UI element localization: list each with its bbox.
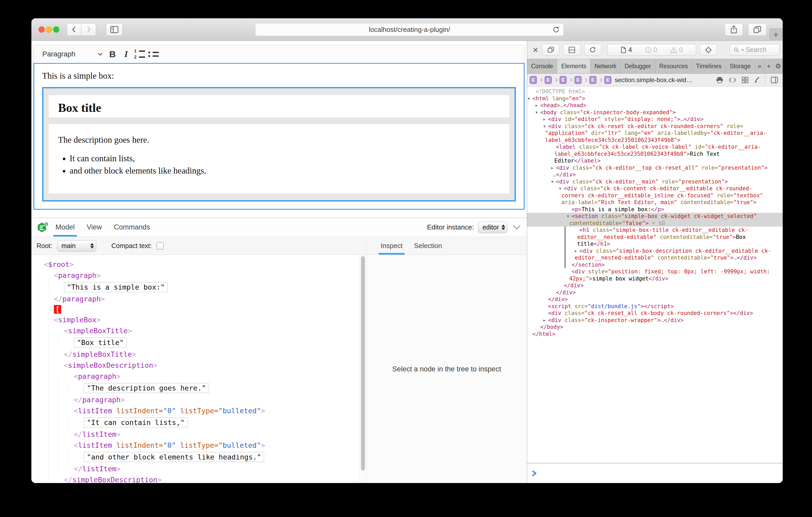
disclosure-closed-icon[interactable]: ▶: [543, 317, 545, 324]
dom-tree-line[interactable]: </section>: [527, 262, 783, 268]
simple-box-widget[interactable]: Box title The description goes here. It …: [42, 87, 516, 202]
dom-tree-line[interactable]: aria-label="Rich Text Editor, main" cont…: [527, 199, 783, 206]
dom-tree-line[interactable]: ▶<div id="editor" style="display: none;"…: [527, 116, 783, 123]
back-button[interactable]: [67, 23, 81, 36]
new-tab-button[interactable]: +: [769, 28, 783, 41]
dom-tree-line[interactable]: label_e63cbbfece34c53ce23501062343f49b8"…: [527, 151, 783, 158]
dom-tree-line[interactable]: </html>: [527, 331, 783, 338]
model-text-node[interactable]: "Box title": [74, 337, 127, 347]
dom-tree-line[interactable]: <div class="ck ck-reset_all ck-body ck-r…: [527, 310, 783, 317]
dom-tree-line[interactable]: ▼<div class="ck ck-content ck-editor__ed…: [527, 185, 783, 192]
console-prompt[interactable]: [527, 463, 783, 483]
zoom-window-button[interactable]: [53, 26, 59, 33]
dom-tree-line[interactable]: "application" dir="ltr" lang="en" aria-l…: [527, 130, 783, 137]
sidebar-toggle-button[interactable]: [106, 23, 123, 36]
disclosure-open-icon[interactable]: ▼: [528, 95, 530, 102]
tab-debugger[interactable]: Debugger: [621, 59, 655, 73]
scrollbar-thumb[interactable]: [361, 256, 365, 470]
tab-timelines[interactable]: Timelines: [692, 59, 726, 73]
tab-elements[interactable]: Elements: [557, 59, 590, 73]
dom-tree-line[interactable]: </div>: [527, 282, 783, 289]
layout-grid-icon[interactable]: [742, 77, 748, 83]
disclosure-closed-icon[interactable]: ▶: [575, 247, 577, 254]
list-item[interactable]: It can contain lists,: [69, 154, 500, 163]
dom-tree-line[interactable]: ▼<html lang="en">: [527, 95, 783, 102]
resource-summary-button[interactable]: 4 0 0: [607, 44, 696, 56]
description-paragraph[interactable]: The description goes here.: [58, 135, 500, 145]
editor-instance-select[interactable]: editor: [478, 222, 508, 233]
source-code-icon[interactable]: [729, 77, 736, 83]
tab-console[interactable]: Console: [527, 59, 557, 73]
model-text-node[interactable]: "and other block elements like headings.…: [84, 452, 264, 462]
close-window-button[interactable]: [38, 26, 45, 33]
model-tree-line[interactable]: </listItem>: [36, 464, 357, 474]
dom-tree-line[interactable]: title</h1>: [527, 240, 783, 247]
forward-button[interactable]: [81, 23, 96, 36]
box-title-heading[interactable]: Box title: [58, 101, 500, 115]
dom-tree-line[interactable]: …</div>: [527, 171, 783, 178]
dom-tree-line[interactable]: </div>: [527, 289, 783, 296]
details-sidebar-toggle-icon[interactable]: [771, 77, 778, 83]
dom-tree-line[interactable]: contenteditable="false"> = $0: [527, 220, 783, 227]
minimize-window-button[interactable]: [46, 26, 52, 33]
tab-network[interactable]: Network: [590, 59, 620, 73]
dom-tree-line[interactable]: </body>: [527, 324, 783, 331]
simple-box-description-editable[interactable]: The description goes here. It can contai…: [49, 124, 509, 193]
dom-tree-line[interactable]: ▼<section class="simple-box ck-widget ck…: [527, 213, 783, 220]
dom-tree-line[interactable]: editor__nested-editable" contenteditable…: [527, 254, 783, 262]
dom-tree-line[interactable]: </div>: [527, 296, 783, 303]
breadcrumb-element-badge[interactable]: E: [589, 76, 597, 84]
tab-storage[interactable]: Storage: [726, 59, 755, 73]
model-tree-line[interactable]: <$root>: [36, 260, 357, 269]
disclosure-closed-icon[interactable]: ▶: [551, 164, 553, 172]
model-tree-line[interactable]: "This is a simple box:": [36, 281, 357, 293]
italic-button[interactable]: I: [119, 47, 133, 61]
element-picker-button[interactable]: [700, 44, 717, 56]
disclosure-open-icon[interactable]: ▼: [551, 178, 553, 185]
model-tree-line[interactable]: <simpleBoxDescription>: [36, 360, 357, 370]
tab-overflow-button[interactable]: »: [755, 59, 764, 73]
tab-resources[interactable]: Resources: [655, 59, 692, 73]
model-tree-line[interactable]: "The description goes here.": [36, 383, 357, 394]
root-select[interactable]: main: [57, 240, 96, 252]
dom-tree-line[interactable]: 42px;">simple box widget</div>: [527, 275, 783, 282]
model-tree-line[interactable]: "and other block elements like headings.…: [36, 451, 357, 463]
collapse-inspector-icon[interactable]: [512, 224, 522, 231]
styles-brush-icon[interactable]: [754, 77, 760, 83]
model-tree-line[interactable]: "Box title": [36, 337, 357, 348]
address-bar[interactable]: localhost/creating-a-plugin/: [255, 23, 564, 36]
bold-button[interactable]: B: [106, 47, 119, 61]
split-console-button[interactable]: [563, 44, 580, 56]
dom-tree-line[interactable]: ▼<div class="ck ck-editor__main" role="p…: [527, 178, 783, 185]
tab-selection[interactable]: Selection: [414, 237, 442, 254]
model-text-node[interactable]: "The description goes here.": [84, 383, 209, 393]
numbered-list-button[interactable]: 1 2: [133, 47, 146, 61]
model-tree-scrollbar[interactable]: [359, 255, 366, 483]
disclosure-closed-icon[interactable]: ▶: [543, 116, 545, 123]
model-tree-line[interactable]: <listItem listIndent="0" listType="bulle…: [36, 440, 357, 450]
dom-tree-line[interactable]: ▶<head>…</head>: [527, 102, 783, 109]
list-item[interactable]: and other block elements like headings.: [69, 166, 500, 176]
paragraph-style-dropdown[interactable]: Paragraph: [40, 48, 106, 60]
tab-model[interactable]: Model: [55, 218, 75, 237]
model-tree-line[interactable]: <simpleBox>: [36, 315, 357, 325]
disclosure-open-icon[interactable]: ▼: [535, 109, 538, 116]
dom-tree-line[interactable]: corners ck-editor__editable_inline ck-fo…: [527, 192, 783, 199]
simple-box-title-editable[interactable]: Box title: [49, 95, 509, 117]
model-tree-line[interactable]: <listItem listIndent="0" listType="bulle…: [36, 406, 357, 416]
dom-tree-line[interactable]: ▶<div class="simple-box-description ck-e…: [527, 247, 783, 254]
breadcrumb-element-badge[interactable]: E: [575, 76, 582, 84]
model-tree-line[interactable]: "It can contain lists,": [36, 417, 357, 428]
dom-tree-line[interactable]: ▼<body class="ck-inspector-body-expanded…: [527, 109, 783, 116]
disclosure-open-icon[interactable]: ▼: [543, 123, 545, 130]
model-tree-line[interactable]: </simpleBoxTitle>: [36, 349, 357, 359]
disclosure-open-icon[interactable]: ▼: [567, 213, 569, 220]
tab-view[interactable]: View: [87, 218, 102, 237]
dom-tree-line[interactable]: ▼<div class="ck ck-reset ck-editor ck-ro…: [527, 123, 783, 130]
model-tree-line[interactable]: <simpleBoxTitle>: [36, 326, 357, 336]
model-tree-line[interactable]: </paragraph>: [36, 294, 357, 304]
dom-tree-line[interactable]: <label class="ck ck-label ck-voice-label…: [527, 144, 783, 151]
reload-icon[interactable]: [552, 26, 560, 33]
bulleted-list-button[interactable]: [146, 47, 160, 61]
model-tree-line[interactable]: [: [36, 305, 357, 314]
